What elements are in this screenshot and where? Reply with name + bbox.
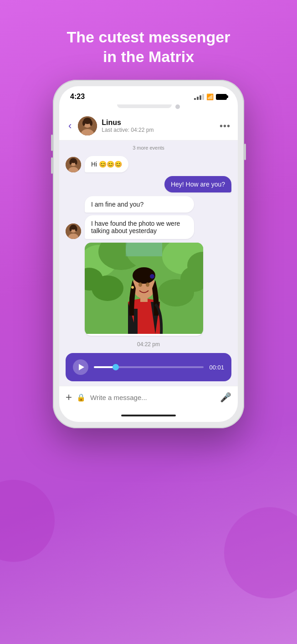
notch-area [59, 104, 238, 112]
table-row: I am fine and you? I have found the phot… [66, 196, 231, 239]
volume-up-button [51, 135, 53, 151]
message-text: I have found the photo we were talking a… [91, 220, 180, 234]
svg-point-16 [70, 227, 72, 231]
contact-name: Linus [102, 119, 215, 127]
message-timestamp: 04:22 pm [66, 341, 231, 348]
input-area: + 🔒 🎤 [59, 386, 238, 411]
svg-point-33 [150, 274, 154, 279]
voice-message[interactable]: 00:01 [66, 353, 231, 381]
table-row [85, 243, 231, 336]
play-button[interactable] [73, 359, 88, 375]
more-options-button[interactable]: ••• [220, 121, 230, 131]
microphone-button[interactable]: 🎤 [220, 392, 231, 403]
message-text: I am fine and you? [91, 201, 143, 208]
back-button[interactable]: ‹ [67, 120, 73, 132]
avatar [66, 223, 81, 239]
status-time: 4:23 [70, 93, 85, 101]
table-row: Hi 😊😊😊 [66, 156, 231, 172]
chat-area: 3 more events Hi 😊😊😊 [59, 140, 238, 386]
audio-duration: 00:01 [209, 364, 224, 371]
app-headline: The cutest messenger in the Matrix [48, 27, 248, 66]
message-group: I am fine and you? I have found the phot… [85, 196, 194, 239]
svg-point-4 [82, 120, 85, 126]
right-side-button [244, 144, 246, 160]
chat-header: ‹ Linus Last active: 04:22 pm ••• [59, 112, 238, 140]
home-bar [121, 415, 176, 416]
battery-icon [216, 94, 227, 100]
message-input[interactable] [90, 394, 215, 401]
svg-rect-26 [126, 243, 162, 256]
wifi-icon: 📶 [206, 93, 214, 100]
home-indicator [59, 411, 238, 422]
svg-point-36 [131, 286, 134, 289]
signal-icon [194, 94, 204, 100]
left-side-buttons [51, 135, 53, 174]
svg-point-5 [90, 120, 92, 126]
power-button [244, 144, 246, 160]
list-item: I am fine and you? [85, 196, 194, 213]
contact-info: Linus Last active: 04:22 pm [102, 119, 215, 133]
add-attachment-button[interactable]: + [66, 391, 72, 404]
message-text: Hey! How are you? [171, 181, 225, 188]
contact-status: Last active: 04:22 pm [102, 127, 215, 133]
svg-point-11 [75, 160, 77, 165]
contact-avatar [78, 116, 97, 135]
photo-message[interactable] [85, 243, 203, 336]
status-bar: 4:23 📶 [59, 86, 238, 104]
svg-point-27 [92, 275, 123, 301]
status-icons: 📶 [194, 93, 227, 100]
more-events-label: 3 more events [66, 145, 231, 151]
camera-dot [175, 104, 180, 109]
list-item: Hi 😊😊😊 [85, 156, 128, 172]
svg-point-10 [70, 160, 72, 165]
phone-screen: 4:23 📶 ‹ [59, 86, 238, 422]
notch [117, 104, 172, 108]
table-row: 00:01 [66, 353, 231, 381]
volume-down-button [51, 157, 53, 174]
svg-rect-29 [134, 309, 138, 334]
table-row: Hey! How are you? [66, 176, 231, 192]
svg-point-17 [75, 227, 77, 231]
svg-point-34 [138, 282, 142, 287]
svg-point-35 [146, 282, 149, 287]
play-icon [79, 364, 84, 370]
lock-icon: 🔒 [77, 393, 86, 402]
list-item: Hey! How are you? [164, 176, 231, 192]
message-text: Hi 😊😊😊 [91, 161, 122, 168]
avatar [66, 157, 81, 172]
audio-progress-bar [94, 366, 204, 368]
phone-frame: 4:23 📶 ‹ [53, 80, 244, 428]
svg-point-28 [158, 279, 194, 306]
list-item: I have found the photo we were talking a… [85, 215, 194, 239]
audio-progress-dot [113, 364, 119, 370]
